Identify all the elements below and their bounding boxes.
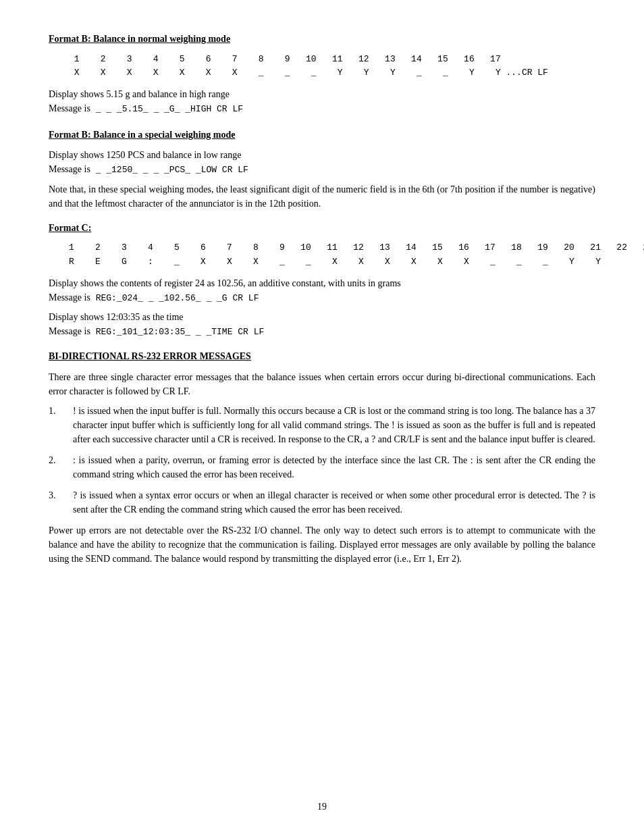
item-1-text: ! is issued when the input buffer is ful… [73, 404, 595, 446]
section-bidirectional: BI-DIRECTIONAL RS-232 ERROR MESSAGES The… [49, 350, 595, 566]
format-c-example2-msg: Message is REG:_101_12:03:35_ _ _TIME CR… [49, 324, 595, 339]
format-c-row1: 1 2 3 4 5 6 7 8 9 10 11 12 13 14 15 16 1… [69, 241, 595, 255]
item-3-num: 3. [49, 488, 62, 517]
item-3-text: ? is issued when a syntax error occurs o… [73, 488, 595, 517]
page: Format B: Balance in normal weighing mod… [0, 0, 644, 834]
section-format-b-special: Format B: Balance in a special weighing … [49, 128, 595, 211]
item-2-num: 2. [49, 453, 62, 481]
format-b-special-example1-msg: Message is _ _1250_ _ _ _PCS_ _LOW CR LF [49, 162, 595, 177]
list-item: 2. : is issued when a parity, overrun, o… [49, 453, 595, 481]
list-item: 3. ? is issued when a syntax error occur… [49, 488, 595, 517]
format-c-example1-desc: Display shows the contents of register 2… [49, 276, 595, 290]
format-b-normal-msg-label: Message is [49, 103, 90, 113]
format-b-special-note: Note that, in these special weighing mod… [49, 182, 595, 211]
format-c-heading: Format C: [49, 221, 595, 235]
format-b-special-example1-desc: Display shows 1250 PCS and balance in lo… [49, 148, 595, 162]
format-c-example2-desc: Display shows 12:03:35 as the time [49, 310, 595, 324]
bidirectional-heading: BI-DIRECTIONAL RS-232 ERROR MESSAGES [49, 350, 595, 363]
item-1-num: 1. [49, 404, 62, 446]
format-b-normal-row2: X X X X X X X _ _ _ Y Y Y _ _ Y Y ...CR … [69, 66, 595, 80]
format-c-example1-msg-value: REG:_024_ _ _102.56_ _ _G CR LF [90, 293, 259, 303]
format-b-special-example1: Display shows 1250 PCS and balance in lo… [49, 148, 595, 177]
format-b-normal-example1-desc: Display shows 5.15 g and balance in high… [49, 87, 595, 101]
bidirectional-list: 1. ! is issued when the input buffer is … [49, 404, 595, 517]
format-b-special-msg-label: Message is [49, 164, 90, 174]
format-c-example1-msg: Message is REG:_024_ _ _102.56_ _ _G CR … [49, 290, 595, 305]
format-b-special-msg-value: _ _1250_ _ _ _PCS_ _LOW CR LF [90, 165, 248, 175]
format-b-normal-table: 1 2 3 4 5 6 7 8 9 10 11 12 13 14 15 16 1… [69, 53, 595, 81]
format-c-example1-msg-label: Message is [49, 292, 90, 303]
format-b-normal-msg-value: _ _ _5.15_ _ _G_ _HIGH CR LF [90, 104, 243, 114]
format-c-example2-msg-label: Message is [49, 326, 90, 336]
page-number: 19 [317, 802, 327, 812]
format-c-example2: Display shows 12:03:35 as the time Messa… [49, 310, 595, 339]
format-b-normal-example1: Display shows 5.15 g and balance in high… [49, 87, 595, 116]
format-c-example1: Display shows the contents of register 2… [49, 276, 595, 305]
format-b-normal-heading: Format B: Balance in normal weighing mod… [49, 32, 595, 46]
page-footer: 19 [0, 800, 644, 814]
format-b-normal-row1: 1 2 3 4 5 6 7 8 9 10 11 12 13 14 15 16 1… [69, 53, 595, 67]
format-c-row2: R E G : _ X X X _ _ X X X X X X _ _ _ Y … [69, 255, 595, 269]
section-format-c: Format C: 1 2 3 4 5 6 7 8 9 10 11 12 13 … [49, 221, 595, 339]
bidirectional-closing: Power up errors are not detectable over … [49, 523, 595, 566]
bidirectional-intro: There are three single character error m… [49, 370, 595, 398]
list-item: 1. ! is issued when the input buffer is … [49, 404, 595, 446]
section-format-b-normal: Format B: Balance in normal weighing mod… [49, 32, 595, 116]
format-c-example2-msg-value: REG:_101_12:03:35_ _ _TIME CR LF [90, 327, 264, 337]
item-2-text: : is issued when a parity, overrun, or f… [73, 453, 595, 481]
format-c-table: 1 2 3 4 5 6 7 8 9 10 11 12 13 14 15 16 1… [69, 241, 595, 269]
format-b-normal-example1-msg: Message is _ _ _5.15_ _ _G_ _HIGH CR LF [49, 101, 595, 116]
format-b-special-heading: Format B: Balance in a special weighing … [49, 128, 595, 142]
